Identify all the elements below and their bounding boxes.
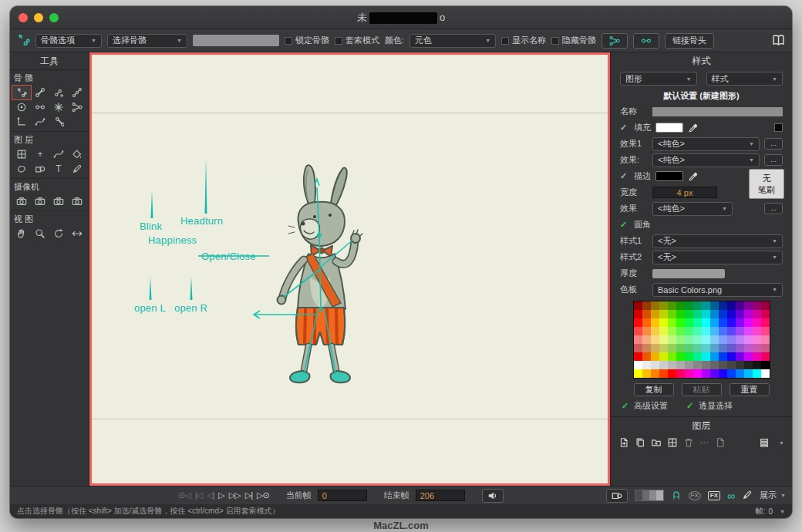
palette-swatch[interactable] <box>710 301 719 310</box>
rig-label[interactable]: Happiness <box>148 234 197 246</box>
palette-swatch[interactable] <box>668 344 676 352</box>
loop-button[interactable]: ▷⊙ <box>257 490 269 500</box>
palette-swatch[interactable] <box>668 352 676 361</box>
palette-swatch[interactable] <box>659 344 668 352</box>
stroke-color-swatch[interactable] <box>655 171 683 181</box>
palette-swatch[interactable] <box>736 301 744 310</box>
select-bone-tool[interactable] <box>12 86 31 99</box>
rig-label[interactable]: open R <box>174 302 207 314</box>
palette-swatch[interactable] <box>634 318 642 327</box>
palette-swatch[interactable] <box>693 344 702 352</box>
offset-bone-tool[interactable] <box>68 100 86 114</box>
palette-swatch[interactable] <box>736 369 744 378</box>
palette-swatch[interactable] <box>761 361 770 369</box>
palette-swatch[interactable] <box>727 318 736 327</box>
palette-swatch[interactable] <box>685 310 693 318</box>
palette-swatch[interactable] <box>702 344 710 352</box>
palette-swatch[interactable] <box>685 301 693 310</box>
palette-swatch[interactable] <box>651 344 659 352</box>
palette-swatch[interactable] <box>668 335 676 344</box>
translate-bone-tool[interactable] <box>31 86 49 99</box>
freehand-tool[interactable] <box>12 162 31 176</box>
palette-swatch[interactable] <box>753 352 761 361</box>
palette-swatch[interactable] <box>685 327 693 335</box>
camera-track-tool[interactable] <box>12 194 31 208</box>
palette-swatch[interactable] <box>659 327 668 335</box>
more-options-icon[interactable]: ⋯ <box>699 438 709 447</box>
palette-swatch[interactable] <box>719 369 727 378</box>
palette-swatch[interactable] <box>744 301 753 310</box>
palette-swatch[interactable] <box>702 327 710 335</box>
palette-swatch[interactable] <box>634 335 642 344</box>
paint-bucket-tool[interactable] <box>68 147 86 161</box>
palette-swatch[interactable] <box>634 327 642 335</box>
magnet-snap-icon[interactable] <box>671 490 682 502</box>
palette-swatch[interactable] <box>659 361 668 369</box>
palette-swatch[interactable] <box>668 318 676 327</box>
stroke-eyedropper-icon[interactable] <box>688 171 699 182</box>
palette-swatch[interactable] <box>702 361 710 369</box>
palette-swatch[interactable] <box>744 327 753 335</box>
prev-keyframe-button[interactable]: |◁ <box>195 490 202 500</box>
step-forward-button[interactable]: ▷| <box>245 490 252 500</box>
palette-swatch[interactable] <box>719 310 727 318</box>
palette-swatch[interactable] <box>761 344 770 352</box>
palette-swatch[interactable] <box>710 327 719 335</box>
show-names-checkbox[interactable]: 显示名称 <box>501 35 546 46</box>
bone-options-dropdown[interactable]: 骨骼选项▼ <box>35 34 102 48</box>
palette-swatch[interactable] <box>693 369 702 378</box>
palette-swatch[interactable] <box>727 352 736 361</box>
palette-swatch[interactable] <box>719 318 727 327</box>
palette-swatch[interactable] <box>676 335 685 344</box>
palette-swatch[interactable] <box>702 352 710 361</box>
chevron-down-icon[interactable]: ▼ <box>779 440 784 446</box>
add-point-tool[interactable]: + <box>31 147 49 161</box>
onion-skin-button[interactable] <box>606 489 628 503</box>
palette-swatch[interactable] <box>676 327 685 335</box>
palette-swatch[interactable] <box>659 318 668 327</box>
infinity-loop-icon[interactable]: ∞ <box>727 490 735 501</box>
fx-toggle-button[interactable]: FX <box>708 491 720 500</box>
reference-layer-icon[interactable] <box>715 437 726 448</box>
camera-pan-tilt-tool[interactable] <box>68 194 86 208</box>
palette-swatch[interactable] <box>651 301 659 310</box>
palette-swatch[interactable] <box>736 310 744 318</box>
camera-roll-tool[interactable] <box>49 194 68 208</box>
palette-swatch[interactable] <box>719 361 727 369</box>
frame-indicator[interactable]: 帧: 0 ▼ <box>756 506 785 517</box>
delete-layer-icon[interactable] <box>683 437 694 448</box>
paste-style-button[interactable]: 粘贴 <box>682 383 722 396</box>
duplicate-layer-icon[interactable] <box>635 437 645 448</box>
palette-swatch[interactable] <box>659 335 668 344</box>
palette-swatch[interactable] <box>710 335 719 344</box>
view-quality-buttons[interactable] <box>635 490 664 501</box>
palette-swatch[interactable] <box>642 335 651 344</box>
palette-swatch[interactable] <box>693 318 702 327</box>
palette-swatch[interactable] <box>693 327 702 335</box>
zoom-button[interactable] <box>49 13 59 22</box>
fill-secondary-swatch[interactable] <box>774 123 783 132</box>
palette-swatch[interactable] <box>642 318 651 327</box>
palette-swatch[interactable] <box>642 352 651 361</box>
palette-swatch[interactable] <box>744 361 753 369</box>
bone-color-dropdown[interactable]: 元色▼ <box>409 34 496 48</box>
palette-swatch[interactable] <box>668 327 676 335</box>
fx-preview-round-button[interactable]: FX <box>689 491 701 500</box>
text-tool[interactable]: T <box>49 162 68 176</box>
merge-bones-button[interactable] <box>602 33 628 49</box>
bone-dynamics-tool[interactable] <box>49 115 68 129</box>
palette-swatch[interactable] <box>685 344 693 352</box>
palette-swatch[interactable] <box>642 361 651 369</box>
rig-label[interactable]: Headturn <box>180 215 223 227</box>
palette-swatch[interactable] <box>761 318 770 327</box>
zoom-view-tool[interactable] <box>31 227 49 241</box>
display-dropdown[interactable]: 展示▼ <box>760 490 786 501</box>
lasso-mode-checkbox[interactable]: 套索模式 <box>335 35 379 46</box>
palette-swatch[interactable] <box>676 369 685 378</box>
palette-swatch[interactable] <box>668 369 676 378</box>
fast-forward-button[interactable]: ▷▷ <box>229 490 241 500</box>
palette-swatch[interactable] <box>685 361 693 369</box>
pan-view-tool[interactable] <box>12 227 31 241</box>
palette-swatch[interactable] <box>719 344 727 352</box>
layer-table-icon[interactable] <box>667 437 678 448</box>
